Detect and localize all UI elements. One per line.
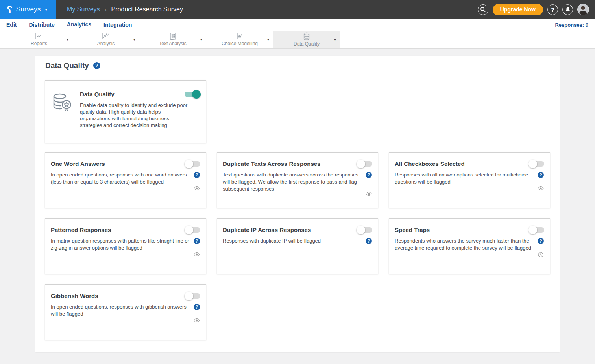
- tab-integration[interactable]: Integration: [103, 20, 132, 29]
- help-icon[interactable]: ?: [194, 172, 200, 178]
- card-duplicate-texts: Duplicate Texts Across Responses Text qu…: [217, 152, 378, 208]
- preview-eye-icon[interactable]: [366, 191, 372, 196]
- duplicate-texts-toggle[interactable]: [357, 161, 372, 167]
- top-header: ? Surveys ▾ My Surveys › Product Researc…: [0, 0, 595, 19]
- card-description: In matrix question responses with patter…: [51, 237, 193, 257]
- preview-eye-icon[interactable]: [538, 186, 544, 191]
- search-button[interactable]: [478, 4, 488, 15]
- chevron-down-icon: ▾: [45, 7, 47, 12]
- card-description: In open ended questions, responses with …: [51, 171, 193, 191]
- feature-card-grid: One Word Answers In open ended questions…: [45, 152, 550, 340]
- card-title: Patterned Responses: [51, 226, 111, 233]
- chevron-down-icon[interactable]: ▾: [133, 37, 135, 42]
- analytics-toolbar: Reports ▾ Analysis ▾ Text Analysis ▾ Cho…: [0, 31, 595, 49]
- user-avatar[interactable]: [577, 4, 589, 15]
- help-icon[interactable]: ?: [366, 172, 372, 178]
- toggle-knob: [185, 160, 193, 168]
- toolbar-tab-reports[interactable]: Reports ▾: [6, 31, 72, 48]
- master-card-content: Data Quality Enable data quality to iden…: [80, 91, 200, 143]
- toolbar-tab-label: Analysis: [97, 41, 115, 46]
- card-description: Responses with duplicate IP will be flag…: [223, 237, 365, 245]
- toggle-knob: [357, 226, 365, 234]
- help-icon[interactable]: ?: [538, 172, 544, 178]
- card-description: Respondents who answers the survey much …: [395, 237, 537, 257]
- toolbar-tab-text-analysis[interactable]: Text Analysis ▾: [139, 31, 206, 48]
- card-description: In open ended questions, responses with …: [51, 303, 193, 323]
- toggle-knob: [528, 226, 537, 234]
- header-actions: Upgrade Now ?: [478, 4, 595, 15]
- database-icon: [302, 32, 311, 40]
- preview-eye-icon[interactable]: [194, 186, 200, 191]
- chevron-down-icon[interactable]: ▾: [267, 37, 269, 42]
- toolbar-tab-analysis[interactable]: Analysis ▾: [72, 31, 139, 48]
- data-quality-toggle[interactable]: [185, 92, 200, 97]
- chevron-down-icon[interactable]: ▾: [334, 37, 336, 42]
- patterned-responses-toggle[interactable]: [185, 227, 200, 233]
- card-one-word-answers: One Word Answers In open ended questions…: [45, 152, 206, 208]
- breadcrumb-current-survey: Product Research Survey: [111, 6, 183, 13]
- product-switcher[interactable]: ? Surveys ▾: [0, 0, 56, 19]
- data-quality-master-card: Data Quality Enable data quality to iden…: [45, 80, 206, 143]
- chevron-down-icon[interactable]: ▾: [67, 37, 68, 42]
- clock-icon[interactable]: [538, 252, 543, 257]
- product-name: Surveys: [16, 6, 41, 13]
- tab-edit[interactable]: Edit: [6, 20, 17, 29]
- chevron-down-icon[interactable]: ▾: [200, 37, 202, 42]
- brand-logo-icon: ?: [7, 5, 13, 14]
- search-icon: [480, 7, 486, 12]
- tab-analytics[interactable]: Analytics: [67, 20, 92, 29]
- card-duplicate-ip: Duplicate IP Across Responses Responses …: [217, 218, 378, 274]
- help-icon[interactable]: ?: [366, 238, 372, 244]
- tab-distribute[interactable]: Distribute: [28, 20, 55, 29]
- card-title: Duplicate Texts Across Responses: [223, 160, 320, 167]
- bell-icon: [565, 7, 571, 12]
- master-card-description: Enable data quality to identify and excl…: [80, 102, 190, 129]
- speed-traps-toggle[interactable]: [529, 227, 544, 233]
- toolbar-tab-label: Choice Modelling: [222, 41, 258, 46]
- toolbar-tab-label: Data Quality: [294, 41, 320, 47]
- notifications-button[interactable]: [562, 4, 573, 15]
- one-word-answers-toggle[interactable]: [185, 161, 200, 167]
- question-mark-icon: ?: [551, 6, 554, 13]
- toolbar-tab-label: Text Analysis: [159, 41, 186, 46]
- preview-eye-icon[interactable]: [194, 252, 200, 257]
- card-speed-traps: Speed Traps Respondents who answers the …: [389, 218, 550, 274]
- analysis-chart-icon: [102, 32, 110, 40]
- preview-eye-icon[interactable]: [194, 318, 200, 323]
- card-all-checkboxes: All Checkboxes Selected Responses with a…: [389, 152, 550, 208]
- toggle-knob: [192, 90, 201, 99]
- gibberish-words-toggle[interactable]: [185, 293, 200, 299]
- master-card-title: Data Quality: [80, 91, 115, 97]
- card-description: Text questions with duplicate answers ac…: [223, 171, 365, 196]
- card-gibberish-words: Gibberish Words In open ended questions,…: [45, 284, 206, 340]
- panel-header: Data Quality ?: [35, 56, 560, 75]
- card-description: Responses with all answer options select…: [395, 171, 537, 191]
- toggle-knob: [528, 160, 537, 168]
- card-title: Gibberish Words: [51, 292, 98, 299]
- card-title: Speed Traps: [395, 226, 430, 233]
- duplicate-ip-toggle[interactable]: [357, 227, 372, 233]
- upgrade-now-button[interactable]: Upgrade Now: [493, 4, 543, 15]
- card-title: All Checkboxes Selected: [395, 160, 465, 167]
- toolbar-tab-label: Reports: [31, 41, 47, 46]
- breadcrumb: My Surveys › Product Research Survey: [67, 6, 183, 13]
- all-checkboxes-toggle[interactable]: [529, 161, 544, 167]
- toggle-knob: [185, 226, 193, 234]
- toolbar-tab-data-quality[interactable]: Data Quality ▾: [273, 31, 340, 48]
- toolbar-tab-choice-modelling[interactable]: Choice Modelling ▾: [206, 31, 273, 48]
- data-quality-panel: Data Quality ? Data Quality: [35, 56, 560, 352]
- database-quality-badge-icon: [51, 91, 74, 143]
- panel-body: Data Quality Enable data quality to iden…: [35, 75, 560, 352]
- card-title: Duplicate IP Across Responses: [223, 226, 311, 233]
- help-button[interactable]: ?: [547, 4, 558, 15]
- page-help-icon[interactable]: ?: [93, 62, 100, 69]
- choice-modelling-icon: [235, 32, 244, 40]
- toggle-knob: [357, 160, 365, 168]
- help-icon[interactable]: ?: [194, 238, 200, 244]
- breadcrumb-separator-icon: ›: [105, 6, 107, 13]
- line-chart-icon: [35, 32, 43, 40]
- breadcrumb-my-surveys[interactable]: My Surveys: [67, 6, 100, 13]
- help-icon[interactable]: ?: [538, 238, 544, 244]
- help-icon[interactable]: ?: [194, 304, 200, 310]
- responses-count: Responses: 0: [555, 22, 595, 28]
